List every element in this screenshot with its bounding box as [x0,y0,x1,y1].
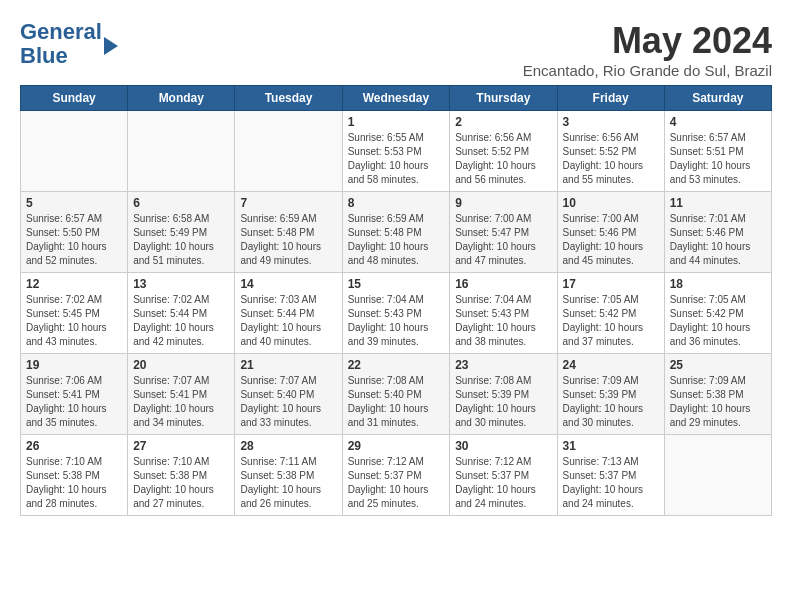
day-number: 4 [670,115,766,129]
day-info: Sunrise: 6:57 AM Sunset: 5:51 PM Dayligh… [670,131,766,187]
day-number: 7 [240,196,336,210]
calendar-week-4: 19Sunrise: 7:06 AM Sunset: 5:41 PM Dayli… [21,354,772,435]
calendar-cell: 18Sunrise: 7:05 AM Sunset: 5:42 PM Dayli… [664,273,771,354]
header-monday: Monday [128,86,235,111]
calendar-week-5: 26Sunrise: 7:10 AM Sunset: 5:38 PM Dayli… [21,435,772,516]
day-info: Sunrise: 6:55 AM Sunset: 5:53 PM Dayligh… [348,131,445,187]
day-number: 15 [348,277,445,291]
logo-text: General Blue [20,20,102,68]
calendar-cell: 15Sunrise: 7:04 AM Sunset: 5:43 PM Dayli… [342,273,450,354]
day-info: Sunrise: 7:00 AM Sunset: 5:46 PM Dayligh… [563,212,659,268]
calendar-cell [128,111,235,192]
calendar-week-1: 1Sunrise: 6:55 AM Sunset: 5:53 PM Daylig… [21,111,772,192]
day-info: Sunrise: 7:07 AM Sunset: 5:40 PM Dayligh… [240,374,336,430]
day-number: 14 [240,277,336,291]
calendar-cell: 5Sunrise: 6:57 AM Sunset: 5:50 PM Daylig… [21,192,128,273]
calendar-cell: 31Sunrise: 7:13 AM Sunset: 5:37 PM Dayli… [557,435,664,516]
calendar-cell: 8Sunrise: 6:59 AM Sunset: 5:48 PM Daylig… [342,192,450,273]
day-info: Sunrise: 6:57 AM Sunset: 5:50 PM Dayligh… [26,212,122,268]
day-number: 6 [133,196,229,210]
calendar-cell: 4Sunrise: 6:57 AM Sunset: 5:51 PM Daylig… [664,111,771,192]
calendar-cell [235,111,342,192]
calendar-body: 1Sunrise: 6:55 AM Sunset: 5:53 PM Daylig… [21,111,772,516]
day-info: Sunrise: 7:10 AM Sunset: 5:38 PM Dayligh… [133,455,229,511]
day-info: Sunrise: 7:00 AM Sunset: 5:47 PM Dayligh… [455,212,551,268]
calendar-cell: 30Sunrise: 7:12 AM Sunset: 5:37 PM Dayli… [450,435,557,516]
calendar-cell: 7Sunrise: 6:59 AM Sunset: 5:48 PM Daylig… [235,192,342,273]
day-info: Sunrise: 6:59 AM Sunset: 5:48 PM Dayligh… [240,212,336,268]
day-info: Sunrise: 7:06 AM Sunset: 5:41 PM Dayligh… [26,374,122,430]
day-number: 29 [348,439,445,453]
day-number: 20 [133,358,229,372]
location: Encantado, Rio Grande do Sul, Brazil [523,62,772,79]
logo-blue: Blue [20,43,68,68]
header-saturday: Saturday [664,86,771,111]
header-thursday: Thursday [450,86,557,111]
calendar-cell: 3Sunrise: 6:56 AM Sunset: 5:52 PM Daylig… [557,111,664,192]
day-number: 17 [563,277,659,291]
day-info: Sunrise: 7:08 AM Sunset: 5:39 PM Dayligh… [455,374,551,430]
calendar-cell: 16Sunrise: 7:04 AM Sunset: 5:43 PM Dayli… [450,273,557,354]
header-wednesday: Wednesday [342,86,450,111]
day-info: Sunrise: 7:12 AM Sunset: 5:37 PM Dayligh… [455,455,551,511]
day-number: 19 [26,358,122,372]
calendar-cell: 21Sunrise: 7:07 AM Sunset: 5:40 PM Dayli… [235,354,342,435]
day-info: Sunrise: 7:09 AM Sunset: 5:39 PM Dayligh… [563,374,659,430]
calendar-cell: 26Sunrise: 7:10 AM Sunset: 5:38 PM Dayli… [21,435,128,516]
calendar-cell [21,111,128,192]
day-info: Sunrise: 7:08 AM Sunset: 5:40 PM Dayligh… [348,374,445,430]
day-number: 31 [563,439,659,453]
calendar-cell: 28Sunrise: 7:11 AM Sunset: 5:38 PM Dayli… [235,435,342,516]
calendar-cell: 25Sunrise: 7:09 AM Sunset: 5:38 PM Dayli… [664,354,771,435]
calendar-week-3: 12Sunrise: 7:02 AM Sunset: 5:45 PM Dayli… [21,273,772,354]
calendar-cell: 12Sunrise: 7:02 AM Sunset: 5:45 PM Dayli… [21,273,128,354]
day-info: Sunrise: 6:56 AM Sunset: 5:52 PM Dayligh… [563,131,659,187]
day-info: Sunrise: 7:05 AM Sunset: 5:42 PM Dayligh… [670,293,766,349]
header-friday: Friday [557,86,664,111]
day-number: 10 [563,196,659,210]
calendar-header: Sunday Monday Tuesday Wednesday Thursday… [21,86,772,111]
day-info: Sunrise: 6:59 AM Sunset: 5:48 PM Dayligh… [348,212,445,268]
day-number: 12 [26,277,122,291]
day-info: Sunrise: 7:04 AM Sunset: 5:43 PM Dayligh… [455,293,551,349]
logo: General Blue [20,20,118,68]
calendar-cell: 29Sunrise: 7:12 AM Sunset: 5:37 PM Dayli… [342,435,450,516]
title-block: May 2024 Encantado, Rio Grande do Sul, B… [523,20,772,79]
day-info: Sunrise: 7:12 AM Sunset: 5:37 PM Dayligh… [348,455,445,511]
day-info: Sunrise: 7:13 AM Sunset: 5:37 PM Dayligh… [563,455,659,511]
calendar-cell: 22Sunrise: 7:08 AM Sunset: 5:40 PM Dayli… [342,354,450,435]
day-number: 1 [348,115,445,129]
day-info: Sunrise: 7:07 AM Sunset: 5:41 PM Dayligh… [133,374,229,430]
calendar-cell: 19Sunrise: 7:06 AM Sunset: 5:41 PM Dayli… [21,354,128,435]
day-number: 22 [348,358,445,372]
calendar-cell: 2Sunrise: 6:56 AM Sunset: 5:52 PM Daylig… [450,111,557,192]
calendar-cell: 10Sunrise: 7:00 AM Sunset: 5:46 PM Dayli… [557,192,664,273]
day-info: Sunrise: 7:02 AM Sunset: 5:45 PM Dayligh… [26,293,122,349]
day-info: Sunrise: 7:04 AM Sunset: 5:43 PM Dayligh… [348,293,445,349]
day-number: 3 [563,115,659,129]
calendar-cell: 13Sunrise: 7:02 AM Sunset: 5:44 PM Dayli… [128,273,235,354]
calendar-cell: 20Sunrise: 7:07 AM Sunset: 5:41 PM Dayli… [128,354,235,435]
day-info: Sunrise: 7:09 AM Sunset: 5:38 PM Dayligh… [670,374,766,430]
day-number: 23 [455,358,551,372]
day-number: 16 [455,277,551,291]
header-tuesday: Tuesday [235,86,342,111]
logo-general: General [20,19,102,44]
calendar-cell: 23Sunrise: 7:08 AM Sunset: 5:39 PM Dayli… [450,354,557,435]
header-sunday: Sunday [21,86,128,111]
calendar-cell: 24Sunrise: 7:09 AM Sunset: 5:39 PM Dayli… [557,354,664,435]
day-number: 21 [240,358,336,372]
calendar-week-2: 5Sunrise: 6:57 AM Sunset: 5:50 PM Daylig… [21,192,772,273]
day-info: Sunrise: 6:58 AM Sunset: 5:49 PM Dayligh… [133,212,229,268]
calendar-cell [664,435,771,516]
calendar-cell: 11Sunrise: 7:01 AM Sunset: 5:46 PM Dayli… [664,192,771,273]
calendar-cell: 6Sunrise: 6:58 AM Sunset: 5:49 PM Daylig… [128,192,235,273]
day-number: 9 [455,196,551,210]
calendar-cell: 1Sunrise: 6:55 AM Sunset: 5:53 PM Daylig… [342,111,450,192]
calendar-cell: 14Sunrise: 7:03 AM Sunset: 5:44 PM Dayli… [235,273,342,354]
day-number: 26 [26,439,122,453]
calendar-cell: 17Sunrise: 7:05 AM Sunset: 5:42 PM Dayli… [557,273,664,354]
day-number: 24 [563,358,659,372]
day-number: 11 [670,196,766,210]
header-row: Sunday Monday Tuesday Wednesday Thursday… [21,86,772,111]
